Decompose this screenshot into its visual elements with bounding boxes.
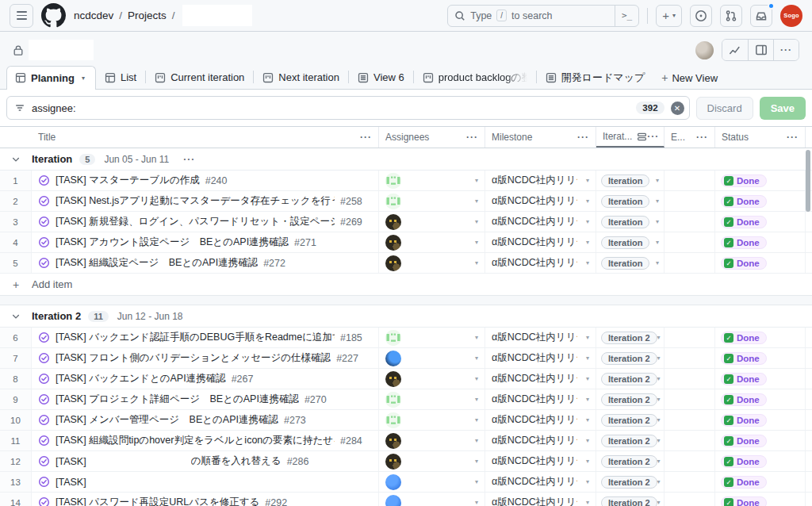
column-menu-button[interactable]: ··· [787,132,799,143]
global-search-input[interactable]: Type / to search >_ [447,5,639,27]
tab-list[interactable]: List [96,65,145,89]
save-button[interactable]: Save [760,97,806,120]
cell-title[interactable]: [TASK] 新規登録、ログイン、パスワードリセット・設定ページ BEとのAPI… [32,212,379,232]
cell-iteration[interactable]: Iteration▾ [596,212,665,232]
cell-estimate[interactable] [665,171,715,190]
cell-status[interactable]: ✓Done [715,410,806,430]
cell-assignees[interactable]: ▾ [379,389,485,409]
cell-title[interactable]: [TASK] バックエンドとのAPI連携確認#267 [32,369,379,389]
cell-assignees[interactable]: ▾ [379,253,485,273]
collaborator-avatar[interactable] [695,41,714,59]
cell-title[interactable]: [TASK] 組織設定ページ BEとのAPI連携確認#272 [32,253,379,273]
cell-status[interactable]: ✓Done [715,389,806,409]
collapse-group-button[interactable] [0,312,32,321]
tab-planning[interactable]: Planning▾ [6,66,96,90]
cell-milestone[interactable]: α版NCDC社内リリース▾ [485,348,596,368]
tab-current-iteration[interactable]: Current iteration [146,65,253,89]
cell-status[interactable]: ✓Done [715,232,806,252]
cell-iteration[interactable]: Iteration▾ [596,171,665,190]
column-header-title[interactable]: Title··· [32,127,379,148]
issues-button[interactable] [690,5,712,27]
cell-milestone[interactable]: α版NCDC社内リリース▾ [485,171,596,190]
column-menu-button[interactable]: ··· [360,132,372,143]
insights-button[interactable] [722,40,748,60]
cell-assignees[interactable]: ▾ [379,232,485,252]
command-palette-icon[interactable]: >_ [615,6,638,26]
cell-status[interactable]: ✓Done [715,431,806,450]
cell-title[interactable]: [TASK] フロント側のバリデーションとメッセージの仕様確認#227 [32,348,379,368]
cell-assignees[interactable]: ▾ [379,493,485,506]
cell-milestone[interactable]: α版NCDC社内リリース▾ [485,410,596,430]
cell-assignees[interactable]: ▾ [379,410,485,430]
cell-status[interactable]: ✓Done [715,171,806,190]
column-menu-button[interactable]: ··· [647,131,659,142]
view-options-caret-icon[interactable]: ▾ [79,73,87,83]
breadcrumb-org[interactable]: ncdcdev [74,10,113,21]
column-header-iteration[interactable]: Iterat...··· [596,127,665,148]
cell-assignees[interactable]: ▾ [379,472,485,492]
cell-status[interactable]: ✓Done [715,348,806,368]
cell-assignees[interactable]: ▾ [379,348,485,368]
column-header-status[interactable]: Status··· [715,127,806,148]
breadcrumb-section[interactable]: Projects [128,10,167,21]
sidebar-toggle-button[interactable] [748,40,773,60]
vertical-scrollbar[interactable] [806,150,811,309]
cell-iteration[interactable]: Iteration 2▾ [596,348,665,368]
user-avatar[interactable]: Sogo [780,5,802,27]
cell-estimate[interactable] [665,348,715,368]
cell-status[interactable]: ✓Done [715,212,806,232]
cell-iteration[interactable]: Iteration 2▾ [596,472,665,492]
cell-title[interactable]: [TASK] バックエンド認証手順のDEBUG手順をReadmeに追加する#18… [32,328,379,347]
column-menu-button[interactable]: ··· [466,132,478,143]
column-header-assignees[interactable]: Assignees··· [379,127,485,148]
cell-iteration[interactable]: Iteration 2▾ [596,451,665,471]
cell-title[interactable]: [TASK] アカウント設定ページ BEとのAPI連携確認#271 [32,232,379,252]
new-view-button[interactable]: +New View [653,67,726,89]
cell-assignees[interactable]: ▾ [379,369,485,389]
cell-estimate[interactable] [665,472,715,492]
cell-milestone[interactable]: α版NCDC社内リリース▾ [485,191,596,211]
cell-status[interactable]: ✓Done [715,472,806,492]
clear-filter-button[interactable]: ✕ [671,102,684,115]
cell-title[interactable]: [TASK] [32,472,379,492]
cell-status[interactable]: ✓Done [715,191,806,211]
column-menu-button[interactable]: ··· [696,132,708,143]
cell-estimate[interactable] [665,493,715,506]
cell-estimate[interactable] [665,191,715,211]
cell-milestone[interactable]: α版NCDC社内リリース▾ [485,212,596,232]
cell-iteration[interactable]: Iteration▾ [596,232,665,252]
cell-estimate[interactable] [665,410,715,430]
cell-title[interactable]: [TASK] 組織設問tipのhover判定をラベルとiconの要素に持たせる#… [32,431,379,450]
cell-iteration[interactable]: Iteration 2▾ [596,410,665,430]
cell-status[interactable]: ✓Done [715,328,806,347]
column-header-num[interactable] [0,127,32,148]
tab-product-backlogの整理[interactable]: product backlogの整理 [414,65,536,89]
cell-estimate[interactable] [665,212,715,232]
cell-assignees[interactable]: ▾ [379,212,485,232]
cell-estimate[interactable] [665,232,715,252]
cell-milestone[interactable]: α版NCDC社内リリース▾ [485,451,596,471]
pull-requests-button[interactable] [720,5,742,27]
cell-assignees[interactable]: ▾ [379,328,485,347]
cell-assignees[interactable]: ▾ [379,171,485,190]
cell-milestone[interactable]: α版NCDC社内リリース▾ [485,369,596,389]
cell-milestone[interactable]: α版NCDC社内リリース▾ [485,472,596,492]
cell-milestone[interactable]: α版NCDC社内リリース▾ [485,328,596,347]
github-logo-icon[interactable] [41,3,66,28]
cell-title[interactable]: [TASK] メンバー管理ページ BEとのAPI連携確認#273 [32,410,379,430]
create-new-button[interactable]: + ▾ [656,5,682,27]
cell-assignees[interactable]: ▾ [379,431,485,450]
cell-status[interactable]: ✓Done [715,493,806,506]
cell-estimate[interactable] [665,369,715,389]
cell-milestone[interactable]: α版NCDC社内リリース▾ [485,493,596,506]
cell-milestone[interactable]: α版NCDC社内リリース▾ [485,389,596,409]
cell-iteration[interactable]: Iteration 2▾ [596,431,665,450]
cell-estimate[interactable] [665,253,715,273]
cell-iteration[interactable]: Iteration▾ [596,191,665,211]
cell-title[interactable]: [TASK] パスワード再設定URLパスを修正する#292 [32,493,379,506]
cell-iteration[interactable]: Iteration 2▾ [596,328,665,347]
column-header-estimate[interactable]: E...··· [665,127,715,148]
cell-assignees[interactable]: ▾ [379,451,485,471]
cell-status[interactable]: ✓Done [715,451,806,471]
tab-view-6[interactable]: View 6 [349,65,413,89]
